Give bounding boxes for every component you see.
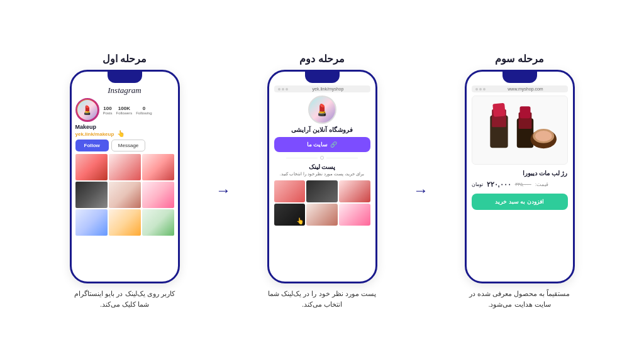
profile-stats-block: 100 Posts 100K Followers 0 Following: [103, 106, 152, 115]
link-icon: 🔗: [330, 141, 337, 148]
step-2: مرحله دوم yek.link/myshop 💄 فروشگاه آنلا…: [234, 53, 410, 309]
browser-url-3: www.myshop.com: [487, 87, 564, 91]
browser-bar-2: yek.link/myshop: [274, 85, 370, 92]
grid-photo-1: [75, 154, 108, 180]
post-grid: 👆: [274, 180, 370, 226]
phone-2: yek.link/myshop 💄 فروشگاه آنلاین آرایشی …: [267, 70, 377, 283]
dot3: [286, 88, 288, 90]
step-1: مرحله اول Instagram 💄 100 Posts: [36, 53, 213, 309]
phone1-content: Instagram 💄 100 Posts: [72, 83, 178, 238]
product-image: [472, 96, 568, 165]
steps-row: مرحله اول Instagram 💄 100 Posts: [13, 53, 631, 309]
instagram-profile: 💄 100 Posts 100K Followers: [75, 98, 174, 122]
grid-photo-2: [109, 154, 141, 180]
follow-button[interactable]: Follow: [75, 140, 109, 151]
grid-photo-9: [142, 209, 174, 236]
step3-description: مستقیماً به محصول معرفی شده در سایت هدای…: [465, 288, 575, 309]
grid-photo-5: [109, 182, 141, 208]
step1-title: مرحله اول: [103, 53, 147, 65]
post-cell-6[interactable]: [339, 204, 370, 226]
phone-3: www.myshop.com: [465, 70, 575, 283]
browser-url-2: yek.link/myshop: [290, 87, 367, 91]
grid-photo-7: [75, 209, 108, 236]
divider-line-left: [286, 158, 318, 158]
phone3-content: www.myshop.com: [467, 83, 573, 212]
svg-rect-2: [492, 103, 506, 117]
dot4: [475, 88, 478, 90]
avatar-inner: 💄: [77, 100, 97, 120]
add-to-cart-button[interactable]: افزودن به سبد خرید: [472, 194, 568, 210]
post-cell-4[interactable]: 👆: [274, 204, 306, 226]
cursor-hand-2-icon: 👆: [296, 217, 304, 224]
divider-line-right: [326, 158, 358, 158]
svg-point-8: [535, 131, 552, 141]
grid-photo-8: [109, 209, 141, 236]
shop-name: فروشگاه آنلاین آرایشی: [291, 126, 353, 133]
divider: [286, 156, 358, 160]
price-label: قیمت:: [535, 182, 548, 187]
svg-rect-5: [519, 106, 530, 118]
step2-description: پست مورد نظر خود را در یک‌لینک شما انتخا…: [267, 288, 377, 309]
stat-posts: 100 Posts: [103, 106, 113, 115]
profile-link: yek.link/makeup 👆: [75, 130, 174, 137]
dot2: [282, 88, 284, 90]
stat-following: 0 Following: [136, 106, 152, 115]
post-cell-1[interactable]: [274, 180, 306, 202]
arrow-1: →: [216, 182, 231, 199]
divider-dot: [320, 156, 324, 160]
browser-bar-3: www.myshop.com: [472, 85, 568, 92]
phone3-notch: [502, 72, 537, 83]
message-button[interactable]: Message: [111, 140, 145, 151]
website-button[interactable]: 🔗 سایت ما: [274, 137, 370, 152]
step1-description: کاربر روی یک‌لینک در بایو اینستاگرام شما…: [70, 288, 180, 309]
price-old: ۳۴۵,۰۰۰: [515, 182, 531, 187]
action-buttons: Follow Message: [75, 140, 174, 151]
phone2-notch: [305, 72, 340, 83]
step-3: مرحله سوم www.myshop.com: [431, 53, 608, 309]
grid-photo-6: [142, 182, 174, 208]
post-cell-5[interactable]: [306, 204, 338, 226]
price-unit: تومان: [472, 182, 483, 187]
post-link-title: پست لینک: [309, 163, 336, 170]
product-svg: [472, 96, 567, 164]
grid-photo-4: [75, 182, 108, 208]
post-cell-2[interactable]: [306, 180, 338, 202]
phone2-content: yek.link/myshop 💄 فروشگاه آنلاین آرایشی …: [269, 83, 375, 228]
instagram-logo: Instagram: [75, 85, 174, 96]
yek-avatar: 💄: [308, 96, 336, 124]
stat-followers: 100K Followers: [116, 106, 133, 115]
profile-stats: 100 Posts 100K Followers 0 Following: [103, 106, 152, 115]
price-row: قیمت: ۳۴۵,۰۰۰ ۲۲۰,۰۰۰ تومان: [472, 180, 568, 189]
photo-grid: [75, 154, 174, 236]
post-cell-3[interactable]: [339, 180, 370, 202]
cursor-hand-icon: 👆: [117, 130, 125, 137]
profile-name: Makeup: [75, 124, 174, 130]
dot5: [479, 88, 482, 90]
browser-dots-3: [475, 88, 486, 90]
arrow-2: →: [413, 182, 428, 199]
main-container: مرحله اول Instagram 💄 100 Posts: [0, 0, 644, 362]
profile-avatar: 💄: [75, 98, 99, 122]
dot1: [278, 88, 280, 90]
step3-title: مرحله سوم: [495, 53, 543, 65]
post-link-subtitle: برای خرید، پست مورد نظر خود را انتخاب کن…: [280, 172, 365, 177]
dot6: [483, 88, 486, 90]
browser-dots: [278, 88, 288, 90]
phone-1: Instagram 💄 100 Posts: [70, 70, 180, 283]
price-new: ۲۲۰,۰۰۰: [487, 180, 511, 189]
product-title: رژ لب مات دیبورا: [472, 170, 568, 177]
step2-title: مرحله دوم: [299, 53, 344, 65]
phone1-notch: [108, 72, 142, 83]
grid-photo-3: [142, 154, 174, 180]
